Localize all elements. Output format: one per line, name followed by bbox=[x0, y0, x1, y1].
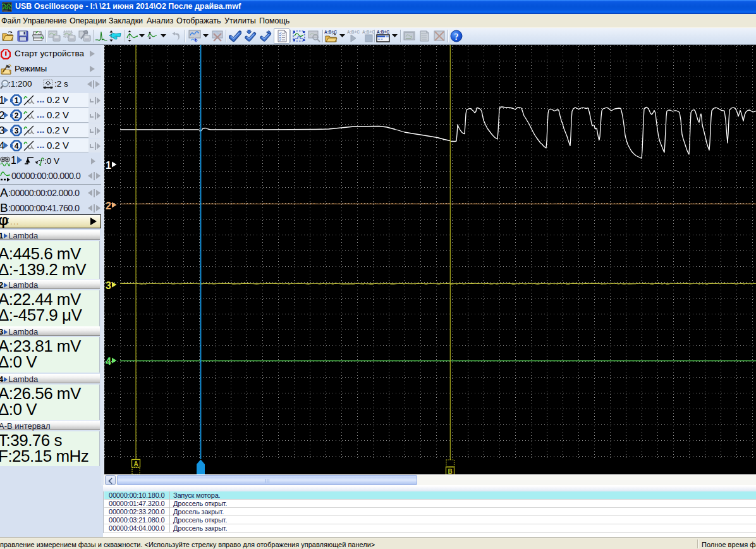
svg-text:4: 4 bbox=[15, 142, 19, 151]
svg-text:A:B+C: A:B+C bbox=[324, 30, 337, 34]
svg-text:?: ? bbox=[454, 32, 459, 42]
svg-text:A:B+C: A:B+C bbox=[347, 30, 360, 34]
svg-text:3: 3 bbox=[15, 126, 19, 135]
svg-text:1: 1 bbox=[106, 160, 111, 171]
svg-text:A:B+C: A:B+C bbox=[362, 30, 375, 34]
svg-text:A: A bbox=[133, 460, 138, 467]
svg-text:B: B bbox=[448, 468, 452, 475]
svg-text:4: 4 bbox=[106, 356, 111, 367]
svg-text:1: 1 bbox=[15, 96, 19, 105]
svg-text:3: 3 bbox=[106, 280, 111, 291]
svg-text:2: 2 bbox=[106, 200, 111, 211]
svg-text:A:B+C: A:B+C bbox=[377, 30, 389, 34]
svg-text:2: 2 bbox=[15, 111, 19, 120]
